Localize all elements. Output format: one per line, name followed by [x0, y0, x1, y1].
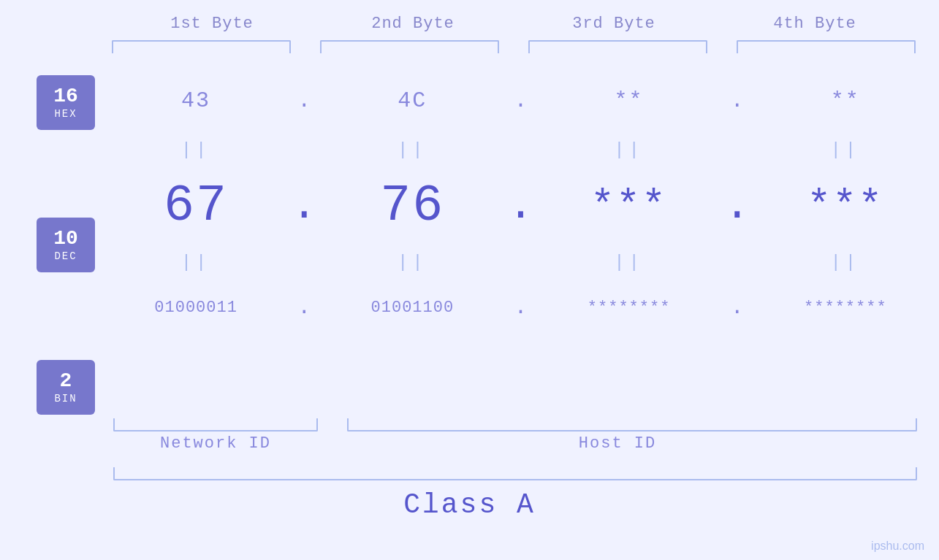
bin-b1: 01000011 — [102, 299, 289, 317]
hex-badge-label: HEX — [54, 108, 77, 120]
bin-b3: ******** — [536, 299, 723, 317]
hex-b2: 4C — [319, 88, 506, 113]
equals-row-2: || || || || — [102, 248, 939, 277]
hex-badge-num: 16 — [53, 85, 78, 108]
bracket-byte2 — [320, 40, 499, 53]
dec-b2: 76 — [319, 177, 506, 235]
dec-dot2: . — [506, 181, 536, 231]
host-id-label: Host ID — [318, 434, 917, 453]
bin-dot1: . — [289, 295, 319, 320]
class-label: Class A — [0, 489, 939, 521]
bracket-byte4 — [737, 40, 916, 53]
long-bottom-bracket — [113, 467, 917, 480]
hex-b3: ** — [536, 88, 723, 113]
eq1-b4: || — [752, 140, 939, 160]
host-id-bracket — [347, 418, 917, 431]
byte4-header: 4th Byte — [715, 15, 916, 33]
hex-b1: 43 — [102, 88, 289, 113]
bin-dot3: . — [723, 295, 752, 320]
hex-dot1: . — [289, 88, 319, 113]
eq2-b4: || — [752, 253, 939, 272]
eq2-b1: || — [102, 253, 289, 272]
eq2-b2: || — [319, 253, 506, 272]
hex-b4: ** — [752, 88, 939, 113]
dec-badge-label: DEC — [54, 250, 77, 262]
hex-dot2: . — [506, 88, 536, 113]
bottom-brackets — [113, 418, 917, 431]
bin-badge: 2 BIN — [37, 360, 95, 415]
dec-badge-num: 10 — [53, 228, 78, 250]
bin-dot2: . — [506, 295, 536, 320]
network-id-bracket — [113, 418, 318, 431]
values-area: 43 . 4C . ** . ** || || || || 67 — [102, 68, 939, 337]
bottom-section: Network ID Host ID Class A — [0, 418, 939, 521]
byte1-header: 1st Byte — [112, 15, 313, 33]
dec-value-row: 67 . 76 . *** . *** — [102, 166, 939, 246]
dec-badge: 10 DEC — [37, 218, 95, 272]
bin-badge-num: 2 — [60, 370, 72, 393]
hex-dot3: . — [723, 88, 752, 113]
bin-badge-label: BIN — [54, 393, 77, 404]
eq2-b3: || — [536, 253, 723, 272]
dec-dot1: . — [289, 181, 319, 231]
top-bracket-row — [112, 40, 916, 53]
bin-b2: 01001100 — [319, 299, 506, 317]
main-content-area: 16 HEX 10 DEC 2 BIN 43 . 4C . ** — [0, 68, 939, 415]
bin-value-row: 01000011 . 01001100 . ******** . *******… — [102, 278, 939, 337]
bracket-byte3 — [528, 40, 707, 53]
dec-dot3: . — [723, 181, 752, 231]
main-container: 1st Byte 2nd Byte 3rd Byte 4th Byte 16 H… — [0, 0, 939, 560]
hex-value-row: 43 . 4C . ** . ** — [102, 68, 939, 134]
equals-row-1: || || || || — [102, 135, 939, 164]
eq1-b3: || — [536, 140, 723, 160]
base-badges: 16 HEX 10 DEC 2 BIN — [0, 68, 102, 415]
dec-b3: *** — [536, 183, 723, 229]
hex-badge: 16 HEX — [37, 75, 95, 130]
id-labels-row: Network ID Host ID — [113, 434, 917, 453]
bin-b4: ******** — [752, 299, 939, 317]
dec-b4: *** — [752, 183, 939, 229]
bracket-byte1 — [112, 40, 291, 53]
byte-headers-row: 1st Byte 2nd Byte 3rd Byte 4th Byte — [112, 15, 916, 33]
dec-b1: 67 — [102, 177, 289, 235]
watermark: ipshu.com — [871, 540, 924, 553]
network-id-label: Network ID — [113, 434, 318, 453]
eq1-b2: || — [319, 140, 506, 160]
byte2-header: 2nd Byte — [313, 15, 514, 33]
eq1-b1: || — [102, 140, 289, 160]
byte3-header: 3rd Byte — [514, 15, 715, 33]
